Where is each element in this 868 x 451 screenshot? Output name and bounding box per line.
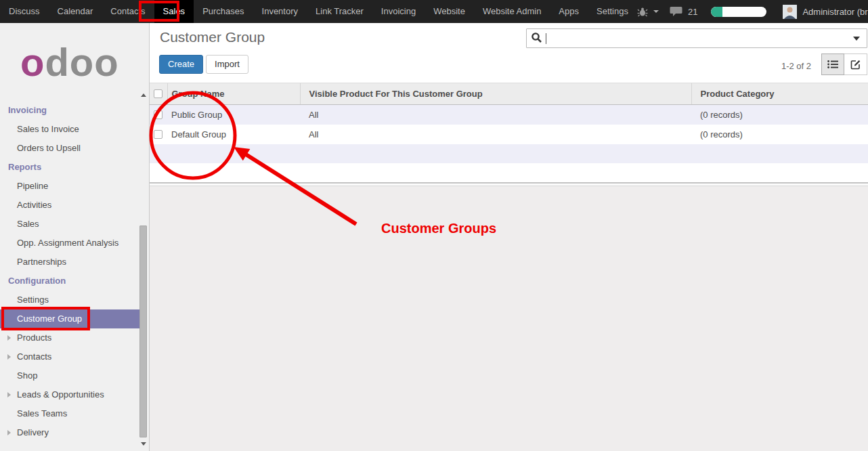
sidebar-item-partnerships[interactable]: Partnerships [0, 253, 139, 272]
expand-arrow-icon[interactable] [7, 430, 11, 435]
table-end-divider [150, 182, 868, 186]
select-all-cell [150, 83, 167, 105]
select-all-checkbox[interactable] [154, 89, 162, 98]
list-icon [827, 60, 838, 69]
nav-item-discuss[interactable]: Discuss [0, 0, 49, 23]
scroll-down-icon[interactable] [141, 442, 146, 446]
table-filler-row [150, 144, 868, 163]
sidebar-item-orders-to-upsell[interactable]: Orders to Upsell [0, 139, 139, 158]
cell-product-category[interactable]: (0 records) [691, 105, 868, 125]
cell-visible-product[interactable]: All [300, 125, 691, 144]
sidebar-item-label: Contacts [17, 351, 51, 362]
cell-group-name[interactable]: Default Group [167, 125, 300, 144]
expand-arrow-icon[interactable] [7, 392, 11, 398]
sidebar-scrollbar[interactable] [139, 91, 148, 451]
nav-item-apps[interactable]: Apps [550, 0, 588, 23]
sidebar-item-label: Sales Teams [17, 408, 67, 418]
pager-range: 1-2 of 2 [781, 61, 811, 71]
control-panel: Customer Group Create Import 1-2 of 2 [150, 23, 868, 83]
expand-arrow-icon[interactable] [7, 354, 11, 360]
nav-item-inventory[interactable]: Inventory [253, 0, 307, 23]
user-menu[interactable]: Administrator (braintree) [802, 7, 868, 17]
sidebar-item-label: Pipeline [17, 181, 48, 191]
nav-item-purchases[interactable]: Purchases [194, 0, 253, 23]
sidebar-item-label: Partnerships [17, 257, 66, 267]
expand-arrow-icon[interactable] [7, 335, 11, 341]
sidebar-item-sales-to-invoice[interactable]: Sales to Invoice [0, 120, 139, 139]
main-content: Customer Group Create Import 1-2 of 2 [149, 23, 868, 451]
sidebar-section-configuration: Configuration [0, 272, 139, 291]
sidebar-item-label: Sales [17, 219, 39, 229]
nav-item-calendar[interactable]: Calendar [49, 0, 102, 23]
odoo-logo: odoo [0, 23, 149, 94]
avatar[interactable] [783, 5, 797, 19]
sidebar-menu: Invoicing Sales to Invoice Orders to Ups… [0, 94, 139, 442]
sidebar-item-label: Opp. Assignment Analysis [17, 238, 118, 248]
nav-item-contacts[interactable]: Contacts [102, 0, 154, 23]
edit-form-icon [850, 59, 861, 70]
view-switcher [821, 53, 867, 75]
column-header-product-category[interactable]: Product Category [691, 83, 868, 105]
form-view-button[interactable] [844, 53, 867, 75]
sidebar-item-label: Shop [17, 370, 37, 381]
text-cursor [546, 33, 546, 44]
column-header-group-name[interactable]: Group Name [167, 83, 300, 105]
row-checkbox[interactable] [154, 130, 162, 139]
debug-bug-icon[interactable] [637, 7, 648, 17]
sidebar-section-reports: Reports [0, 158, 139, 177]
row-checkbox[interactable] [154, 110, 162, 119]
message-count[interactable]: 21 [688, 7, 697, 17]
nav-item-settings[interactable]: Settings [588, 0, 637, 23]
sidebar-item-label: Customer Group [17, 314, 82, 324]
sidebar-item-label: Activities [17, 200, 51, 210]
create-button[interactable]: Create [159, 55, 203, 74]
sidebar-item-customer-group[interactable]: Customer Group [0, 309, 139, 328]
sidebar-item-shop[interactable]: Shop [0, 366, 139, 385]
trial-progress-pill[interactable] [711, 7, 766, 17]
scroll-up-icon[interactable] [141, 93, 146, 97]
messages-icon[interactable] [670, 6, 682, 17]
sidebar-item-settings[interactable]: Settings [0, 291, 139, 309]
sidebar-item-sales-teams[interactable]: Sales Teams [0, 404, 139, 423]
sidebar-item-delivery[interactable]: Delivery [0, 423, 139, 442]
table-row[interactable]: Public Group All (0 records) [150, 105, 868, 125]
sidebar-item-opp-assignment-analysis[interactable]: Opp. Assignment Analysis [0, 234, 139, 253]
sidebar-item-label: Sales to Invoice [17, 124, 79, 134]
sidebar-item-contacts[interactable]: Contacts [0, 347, 139, 366]
sidebar-section-invoicing: Invoicing [0, 101, 139, 120]
nav-item-website[interactable]: Website [425, 0, 474, 23]
sidebar-item-label: Orders to Upsell [17, 143, 81, 153]
nav-item-invoicing[interactable]: Invoicing [372, 0, 425, 23]
logo-accent-letter: o [20, 40, 45, 84]
cell-visible-product[interactable]: All [300, 105, 691, 125]
nav-item-website-admin[interactable]: Website Admin [474, 0, 550, 23]
sidebar-item-label: Settings [17, 295, 49, 305]
nav-item-sales[interactable]: Sales [154, 0, 194, 23]
sidebar-item-label: Delivery [17, 427, 49, 437]
column-header-visible-product[interactable]: Visible Product For This Customer Group [300, 83, 691, 105]
cell-product-category[interactable]: (0 records) [691, 125, 868, 144]
table-filler-row [150, 163, 868, 182]
scrollbar-thumb[interactable] [139, 226, 147, 437]
list-view: Group Name Visible Product For This Cust… [150, 83, 868, 186]
sidebar-item-leads-opportunities[interactable]: Leads & Opportunities [0, 385, 139, 404]
search-input[interactable] [526, 28, 867, 48]
sidebar-item-sales-report[interactable]: Sales [0, 215, 139, 234]
trial-progress-fill [711, 7, 722, 17]
logo-gray-letters: doo [45, 40, 118, 84]
debug-caret-icon[interactable] [653, 10, 659, 13]
table-row[interactable]: Default Group All (0 records) [150, 125, 868, 144]
table-header-row: Group Name Visible Product For This Cust… [150, 83, 868, 105]
search-icon [531, 32, 542, 45]
nav-item-link-tracker[interactable]: Link Tracker [307, 0, 372, 23]
list-view-button[interactable] [821, 53, 844, 75]
search-dropdown-caret-icon[interactable] [853, 37, 860, 41]
import-button[interactable]: Import [206, 55, 248, 74]
sidebar-item-products[interactable]: Products [0, 328, 139, 347]
sidebar-item-activities[interactable]: Activities [0, 196, 139, 215]
sidebar-item-pipeline[interactable]: Pipeline [0, 177, 139, 196]
top-navbar: Discuss Calendar Contacts Sales Purchase… [0, 0, 868, 23]
sidebar-item-label: Products [17, 332, 51, 343]
sidebar: odoo Invoicing Sales to Invoice Orders t… [0, 23, 149, 451]
cell-group-name[interactable]: Public Group [167, 105, 300, 125]
